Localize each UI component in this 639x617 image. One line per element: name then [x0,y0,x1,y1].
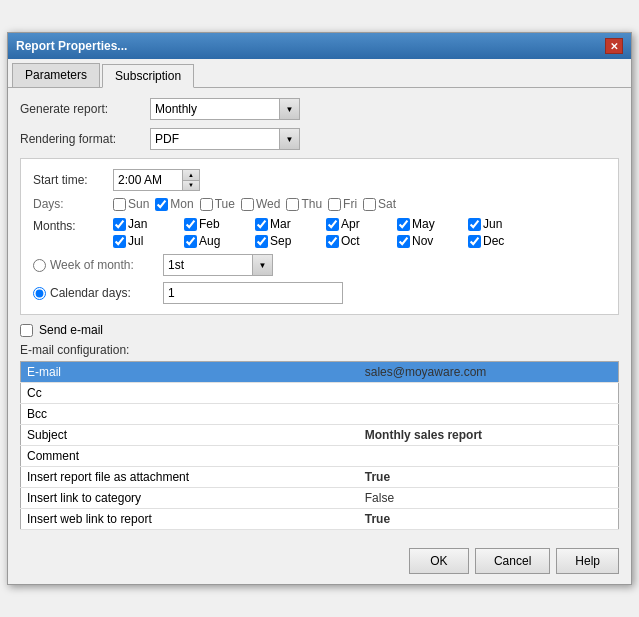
web-link-field-label: Insert web link to report [21,509,359,530]
month-sep[interactable]: Sep [255,234,310,248]
month-nov[interactable]: Nov [397,234,452,248]
start-time-label: Start time: [33,173,113,187]
months-label: Months: [33,217,113,233]
bcc-field-value [359,404,619,425]
day-thu[interactable]: Thu [286,197,322,211]
email-field-value: sales@moyaware.com [359,362,619,383]
rendering-format-dropdown[interactable]: PDF Excel Word CSV ▼ [150,128,300,150]
month-apr[interactable]: Apr [326,217,381,231]
month-nov-checkbox[interactable] [397,235,410,248]
subject-row[interactable]: Subject Monthly sales report [21,425,619,446]
month-jul-checkbox[interactable] [113,235,126,248]
time-spinner: ▲ ▼ [183,169,200,191]
start-time-input[interactable] [113,169,183,191]
rendering-format-label: Rendering format: [20,132,150,146]
calendar-days-radio[interactable] [33,287,46,300]
month-dec-checkbox[interactable] [468,235,481,248]
cc-field-value [359,383,619,404]
send-email-row: Send e-mail [20,323,619,337]
time-up-button[interactable]: ▲ [183,170,199,181]
generate-report-row: Generate report: Monthly Weekly Daily On… [20,98,619,120]
month-dec[interactable]: Dec [468,234,523,248]
calendar-days-input[interactable] [163,282,343,304]
month-aug-checkbox[interactable] [184,235,197,248]
close-button[interactable]: ✕ [605,38,623,54]
generate-report-select[interactable]: Monthly Weekly Daily Once [151,102,299,116]
day-thu-checkbox[interactable] [286,198,299,211]
subject-field-label: Subject [21,425,359,446]
month-may-checkbox[interactable] [397,218,410,231]
month-jun[interactable]: Jun [468,217,523,231]
months-row-1: Jan Feb Mar Apr May Jun [113,217,523,231]
generate-report-dropdown[interactable]: Monthly Weekly Daily Once ▼ [150,98,300,120]
calendar-days-radio-label[interactable]: Calendar days: [33,286,163,300]
web-link-row[interactable]: Insert web link to report True [21,509,619,530]
subject-field-value: Monthly sales report [359,425,619,446]
week-of-month-radio-label[interactable]: Week of month: [33,258,163,272]
month-oct[interactable]: Oct [326,234,381,248]
week-of-month-dropdown[interactable]: 1st 2nd 3rd 4th Last ▼ [163,254,273,276]
week-of-month-row: Week of month: 1st 2nd 3rd 4th Last ▼ [33,254,606,276]
day-fri[interactable]: Fri [328,197,357,211]
day-mon-checkbox[interactable] [155,198,168,211]
day-sat[interactable]: Sat [363,197,396,211]
month-mar[interactable]: Mar [255,217,310,231]
cc-row[interactable]: Cc [21,383,619,404]
week-of-month-label: Week of month: [50,258,134,272]
day-sat-checkbox[interactable] [363,198,376,211]
month-mar-checkbox[interactable] [255,218,268,231]
attachment-row[interactable]: Insert report file as attachment True [21,467,619,488]
title-bar: Report Properties... ✕ [8,33,631,59]
day-wed-checkbox[interactable] [241,198,254,211]
day-tue-checkbox[interactable] [200,198,213,211]
month-feb-checkbox[interactable] [184,218,197,231]
comment-row[interactable]: Comment [21,446,619,467]
week-of-month-select[interactable]: 1st 2nd 3rd 4th Last [164,258,272,272]
email-table: E-mail sales@moyaware.com Cc Bcc Subject… [20,361,619,530]
rendering-format-select[interactable]: PDF Excel Word CSV [151,132,299,146]
day-wed[interactable]: Wed [241,197,280,211]
email-config-label: E-mail configuration: [20,343,619,357]
link-category-field-label: Insert link to category [21,488,359,509]
month-apr-checkbox[interactable] [326,218,339,231]
start-time-row: Start time: ▲ ▼ [33,169,606,191]
bcc-row[interactable]: Bcc [21,404,619,425]
months-grid: Jan Feb Mar Apr May Jun Jul Aug Sep Oct … [113,217,523,248]
attachment-field-label: Insert report file as attachment [21,467,359,488]
month-oct-checkbox[interactable] [326,235,339,248]
month-jan-checkbox[interactable] [113,218,126,231]
comment-field-label: Comment [21,446,359,467]
help-button[interactable]: Help [556,548,619,574]
send-email-checkbox[interactable] [20,324,33,337]
send-email-label: Send e-mail [39,323,103,337]
month-jun-checkbox[interactable] [468,218,481,231]
tab-parameters[interactable]: Parameters [12,63,100,87]
month-jan[interactable]: Jan [113,217,168,231]
generate-report-label: Generate report: [20,102,150,116]
bcc-field-label: Bcc [21,404,359,425]
time-down-button[interactable]: ▼ [183,181,199,191]
months-row: Months: Jan Feb Mar Apr May Jun Jul Aug … [33,217,606,248]
cc-field-label: Cc [21,383,359,404]
month-sep-checkbox[interactable] [255,235,268,248]
tab-bar: Parameters Subscription [8,59,631,88]
tab-subscription[interactable]: Subscription [102,64,194,88]
day-mon[interactable]: Mon [155,197,193,211]
comment-field-value [359,446,619,467]
days-checkboxes: Sun Mon Tue Wed Thu Fri Sat [113,197,396,211]
day-sun[interactable]: Sun [113,197,149,211]
day-fri-checkbox[interactable] [328,198,341,211]
month-feb[interactable]: Feb [184,217,239,231]
month-aug[interactable]: Aug [184,234,239,248]
email-row-selected[interactable]: E-mail sales@moyaware.com [21,362,619,383]
month-jul[interactable]: Jul [113,234,168,248]
week-of-month-radio[interactable] [33,259,46,272]
cancel-button[interactable]: Cancel [475,548,550,574]
ok-button[interactable]: OK [409,548,469,574]
day-sun-checkbox[interactable] [113,198,126,211]
dialog: Report Properties... ✕ Parameters Subscr… [7,32,632,585]
month-may[interactable]: May [397,217,452,231]
email-field-label: E-mail [21,362,359,383]
link-category-row[interactable]: Insert link to category False [21,488,619,509]
day-tue[interactable]: Tue [200,197,235,211]
